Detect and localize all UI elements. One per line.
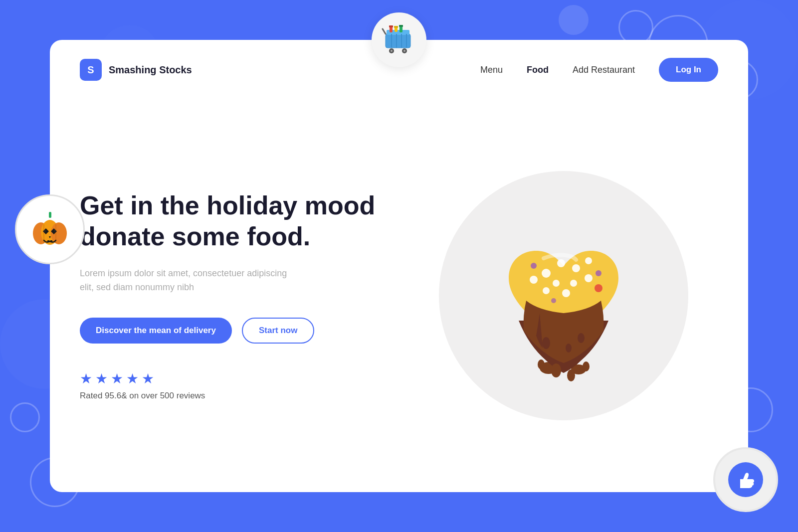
svg-point-34: [566, 344, 572, 353]
rating-section: ★ ★ ★ ★ ★ Rated 95.6& on over 500 review…: [80, 370, 389, 401]
svg-point-7: [391, 50, 393, 52]
svg-point-35: [551, 363, 561, 377]
star-3: ★: [111, 370, 123, 387]
svg-point-41: [572, 264, 580, 272]
start-now-button[interactable]: Start now: [242, 318, 314, 344]
svg-point-51: [595, 284, 602, 292]
rating-text: Rated 95.6& on over 500 reviews: [80, 391, 389, 401]
logo-area: S Smashing Stocks: [80, 59, 192, 81]
svg-point-50: [596, 270, 601, 276]
hero-section: Get in the holiday mood donate some food…: [50, 92, 748, 484]
svg-point-44: [570, 280, 577, 287]
thumbsup-float: [713, 447, 778, 512]
svg-rect-15: [399, 25, 403, 27]
star-5: ★: [142, 370, 154, 387]
hero-title: Get in the holiday mood donate some food…: [80, 190, 389, 252]
svg-point-46: [530, 276, 538, 284]
svg-point-38: [583, 361, 590, 371]
main-card: S Smashing Stocks Menu Food Add Restaura…: [50, 40, 748, 492]
hero-left: Get in the holiday mood donate some food…: [80, 190, 409, 401]
svg-point-39: [542, 269, 551, 278]
svg-rect-11: [389, 25, 393, 27]
hero-right: [409, 171, 718, 420]
svg-point-42: [585, 274, 593, 282]
discover-button[interactable]: Discover the mean of delivery: [80, 318, 232, 344]
svg-point-25: [54, 230, 56, 232]
svg-point-36: [567, 369, 575, 381]
hero-buttons: Discover the mean of delivery Start now: [80, 318, 389, 344]
svg-point-32: [542, 337, 550, 349]
svg-point-37: [538, 359, 545, 369]
svg-rect-28: [50, 240, 52, 242]
nav-links: Menu Food Add Restaurant Log In: [480, 58, 718, 82]
food-circle: [439, 171, 688, 420]
cart-float: [372, 12, 426, 67]
svg-point-9: [403, 50, 405, 52]
svg-point-45: [585, 257, 592, 264]
nav-link-add-restaurant[interactable]: Add Restaurant: [573, 65, 635, 75]
nav-link-food[interactable]: Food: [527, 65, 549, 75]
svg-rect-13: [394, 26, 398, 28]
star-2: ★: [95, 370, 108, 387]
logo-icon: S: [80, 59, 102, 81]
star-1: ★: [80, 370, 92, 387]
svg-point-52: [551, 298, 556, 303]
svg-rect-27: [47, 240, 49, 242]
svg-point-48: [562, 289, 570, 297]
logo-text: Smashing Stocks: [109, 64, 192, 76]
svg-point-33: [578, 333, 585, 343]
pumpkin-float: [15, 194, 85, 264]
login-button[interactable]: Log In: [659, 58, 718, 82]
nav-link-menu[interactable]: Menu: [480, 65, 503, 75]
stars: ★ ★ ★ ★ ★: [80, 370, 389, 387]
svg-rect-16: [49, 212, 51, 218]
svg-point-40: [557, 259, 565, 267]
svg-point-24: [44, 230, 46, 232]
svg-point-47: [543, 287, 550, 294]
hero-description: Lorem ipsum dolor sit amet, consectetuer…: [80, 266, 299, 295]
food-illustration: [469, 201, 658, 390]
star-4: ★: [126, 370, 139, 387]
svg-point-49: [531, 263, 537, 269]
svg-point-43: [553, 280, 560, 287]
